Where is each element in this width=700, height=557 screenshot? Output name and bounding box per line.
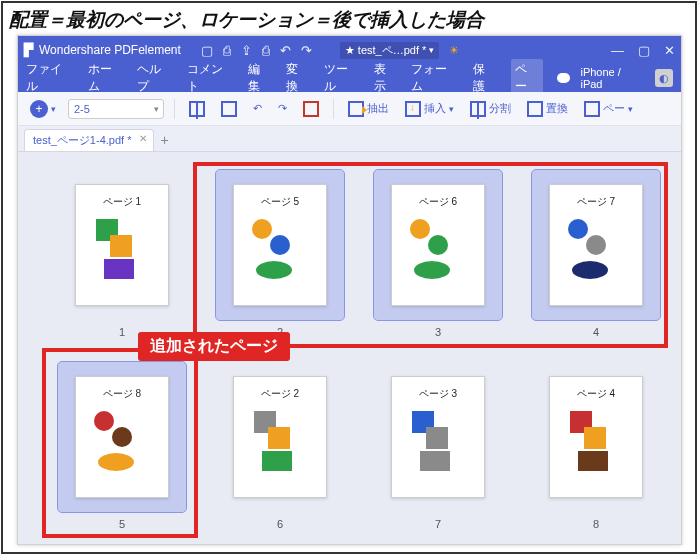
- app-logo-icon: ▛: [24, 43, 33, 57]
- redo-icon[interactable]: ↷: [301, 43, 312, 58]
- replace-button[interactable]: 置換: [523, 99, 572, 119]
- file-dropdown[interactable]: ★ test_ペ…pdf * ▾: [340, 42, 439, 59]
- rotate-left-icon[interactable]: ↶: [249, 100, 266, 117]
- replace-label: 置換: [546, 101, 568, 116]
- tab-close-icon[interactable]: ✕: [139, 133, 147, 144]
- figure-caption: 配置＝最初のページ、ロケーション＝後で挿入した場合: [3, 3, 695, 35]
- undo-icon[interactable]: ↶: [280, 43, 291, 58]
- iphone-ipad-link[interactable]: iPhone / iPad: [580, 66, 645, 90]
- titlebar: ▛ Wondershare PDFelement ▢ ⎙ ⇪ ⎙ ↶ ↷ ★ t…: [18, 36, 681, 64]
- thumbnail-index: 3: [435, 326, 441, 338]
- layout-two-icon[interactable]: [185, 99, 209, 119]
- thumbnail-index: 1: [119, 326, 125, 338]
- insert-button[interactable]: 挿入 ▾: [401, 99, 458, 119]
- save-icon[interactable]: ⎙: [223, 43, 231, 58]
- new-tab-button[interactable]: +: [160, 132, 168, 151]
- split-button[interactable]: 分割: [466, 99, 515, 119]
- thumbnail[interactable]: ページ 11: [58, 170, 186, 338]
- thumbnail-page-preview: ページ 3: [391, 376, 485, 498]
- thumbnail-page-preview: ページ 6: [391, 184, 485, 306]
- star-icon: ★: [345, 44, 355, 57]
- thumbnail-canvas: ページ 11ページ 52ページ 63ページ 74ページ 85ページ 26ページ …: [18, 152, 681, 544]
- thumbnail[interactable]: ページ 52: [216, 170, 344, 338]
- thumbnail-page-preview: ページ 2: [233, 376, 327, 498]
- page-range-input[interactable]: 2-5 ▾: [68, 99, 164, 119]
- added-pages-label: 追加されたページ: [138, 332, 290, 361]
- print-icon[interactable]: ⎙: [262, 43, 270, 58]
- menu-protect[interactable]: 保護: [473, 61, 497, 95]
- share-icon[interactable]: ⇪: [241, 43, 252, 58]
- cloud-icon[interactable]: [557, 73, 571, 83]
- split-label: 分割: [489, 101, 511, 116]
- separator: [174, 99, 175, 119]
- thumbnail[interactable]: ページ 74: [532, 170, 660, 338]
- thumbnail-page-label: ページ 5: [240, 195, 320, 209]
- tabbar: test_ページ1-4.pdf * ✕ +: [18, 126, 681, 152]
- thumbnail[interactable]: ページ 37: [374, 362, 502, 530]
- separator: [333, 99, 334, 119]
- thumbnail-page-label: ページ 2: [240, 387, 320, 401]
- thumbnail-page-label: ページ 6: [398, 195, 478, 209]
- thumbnail-index: 8: [593, 518, 599, 530]
- extract-button[interactable]: 抽出: [344, 99, 393, 119]
- thumbnail-page-label: ページ 1: [82, 195, 162, 209]
- menu-edit[interactable]: 編集: [248, 61, 272, 95]
- thumbnail-index: 7: [435, 518, 441, 530]
- chevron-down-icon: ▾: [429, 45, 434, 55]
- thumbnail-index: 5: [119, 518, 125, 530]
- file-dropdown-label: test_ペ…pdf *: [358, 43, 426, 58]
- thumbnail-index: 4: [593, 326, 599, 338]
- delete-page-icon[interactable]: [299, 99, 323, 119]
- menubar: ファイル ホーム ヘルプ コメント 編集 変換 ツール 表示 フォーム 保護 ペ…: [18, 64, 681, 92]
- menu-form[interactable]: フォーム: [411, 61, 459, 95]
- menu-tool[interactable]: ツール: [324, 61, 360, 95]
- thumbnail[interactable]: ページ 85: [58, 362, 186, 530]
- page-more-label: ペー: [603, 101, 625, 116]
- sun-icon[interactable]: ☀: [449, 44, 459, 57]
- layout-grid-icon[interactable]: [217, 99, 241, 119]
- thumbnail-page-label: ページ 4: [556, 387, 636, 401]
- quick-toolbar: ▢ ⎙ ⇪ ⎙ ↶ ↷: [201, 43, 312, 58]
- menu-convert[interactable]: 変換: [286, 61, 310, 95]
- add-page-button[interactable]: +▾: [26, 98, 60, 120]
- thumbnail-page-label: ページ 8: [82, 387, 162, 401]
- thumbnail-index: 6: [277, 518, 283, 530]
- thumbnail[interactable]: ページ 48: [532, 362, 660, 530]
- menu-help[interactable]: ヘルプ: [137, 61, 173, 95]
- thumbnail-page-label: ページ 7: [556, 195, 636, 209]
- thumbnail-page-preview: ページ 4: [549, 376, 643, 498]
- thumbnail-page-label: ページ 3: [398, 387, 478, 401]
- menu-file[interactable]: ファイル: [26, 61, 74, 95]
- thumbnail[interactable]: ページ 63: [374, 170, 502, 338]
- rotate-right-icon[interactable]: ↷: [274, 100, 291, 117]
- thumbnail-page-preview: ページ 7: [549, 184, 643, 306]
- open-folder-icon[interactable]: ▢: [201, 43, 213, 58]
- thumbnail-page-preview: ページ 5: [233, 184, 327, 306]
- document-tab[interactable]: test_ページ1-4.pdf * ✕: [24, 129, 154, 151]
- document-tab-label: test_ページ1-4.pdf *: [33, 134, 131, 146]
- minimize-button[interactable]: —: [611, 43, 624, 58]
- page-range-value: 2-5: [74, 103, 90, 115]
- thumbnail-page-preview: ページ 1: [75, 184, 169, 306]
- maximize-button[interactable]: ▢: [638, 43, 650, 58]
- page-more-button[interactable]: ペー ▾: [580, 99, 637, 119]
- app-name: Wondershare PDFelement: [39, 43, 181, 57]
- app-window: ▛ Wondershare PDFelement ▢ ⎙ ⇪ ⎙ ↶ ↷ ★ t…: [17, 35, 682, 545]
- insert-label: 挿入: [424, 101, 446, 116]
- close-button[interactable]: ✕: [664, 43, 675, 58]
- thumbnail[interactable]: ページ 26: [216, 362, 344, 530]
- thumbnail-page-preview: ページ 8: [75, 376, 169, 498]
- menu-home[interactable]: ホーム: [88, 61, 124, 95]
- menu-view[interactable]: 表示: [374, 61, 398, 95]
- menu-comment[interactable]: コメント: [187, 61, 235, 95]
- chevron-down-icon: ▾: [154, 104, 159, 114]
- extract-label: 抽出: [367, 101, 389, 116]
- page-toolbar: +▾ 2-5 ▾ ↶ ↷ 抽出 挿入 ▾ 分割: [18, 92, 681, 126]
- profile-avatar[interactable]: ◐: [655, 69, 673, 87]
